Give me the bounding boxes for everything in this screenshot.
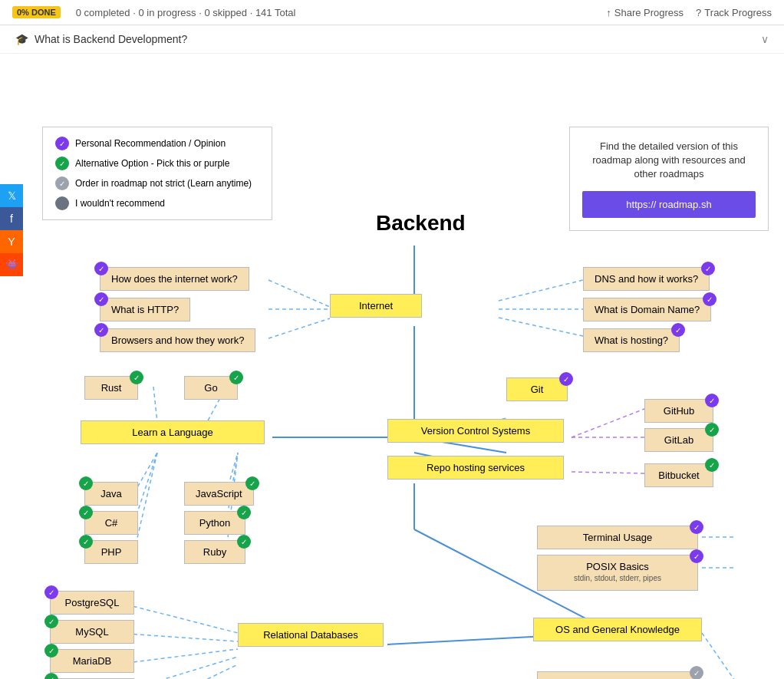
svg-line-16 — [153, 387, 157, 422]
svg-line-2 — [268, 280, 330, 307]
badge-purple-icon: ✓ — [559, 372, 573, 386]
repo-hosting-node[interactable]: Repo hosting services — [387, 456, 564, 480]
twitter-button[interactable]: 𝕏 — [0, 184, 23, 207]
svg-line-33 — [127, 657, 238, 679]
badge-green-icon: ✓ — [245, 476, 259, 490]
bitbucket-node[interactable]: Bitbucket ✓ — [644, 463, 713, 487]
badge-green-icon: ✓ — [705, 458, 719, 472]
badge-purple-icon: ✓ — [94, 292, 108, 306]
svg-line-28 — [702, 633, 736, 679]
badge-purple-icon: ✓ — [705, 394, 719, 407]
java-node[interactable]: ✓ Java — [84, 482, 138, 506]
posix-sub-text: stdin, stdout, stderr, pipes — [548, 574, 687, 582]
badge-green-icon: ✓ — [44, 644, 58, 658]
topbar-stats: 0 completed · 0 in progress · 0 skipped … — [76, 7, 595, 18]
share-icon: ↑ — [606, 7, 611, 18]
badge-green-icon: ✓ — [44, 673, 58, 679]
os-general-node[interactable]: OS and General Knowledge — [533, 618, 702, 641]
badge-green-icon: ✓ — [79, 535, 93, 549]
badge-green-icon: ✓ — [130, 371, 143, 384]
legend-box: ✓ Personal Recommendation / Opinion ✓ Al… — [42, 127, 272, 220]
badge-gray-icon: ✓ — [690, 666, 703, 679]
legend-item-purple: ✓ Personal Recommendation / Opinion — [55, 137, 259, 150]
ruby-node[interactable]: Ruby ✓ — [184, 540, 245, 564]
domain-node[interactable]: What is Domain Name? ✓ — [583, 298, 711, 321]
internet-node[interactable]: Internet — [330, 294, 422, 318]
legend-item-dgray: I wouldn't recommend — [55, 196, 259, 210]
legend-dgray-text: I wouldn't recommend — [75, 198, 165, 209]
svg-line-31 — [127, 634, 238, 641]
legend-green-icon: ✓ — [55, 157, 69, 170]
svg-line-4 — [268, 318, 330, 338]
svg-line-13 — [572, 409, 644, 437]
legend-gray-icon: ✓ — [55, 176, 69, 190]
svg-line-7 — [499, 318, 583, 336]
go-node[interactable]: Go ✓ — [184, 376, 238, 400]
legend-dgray-icon — [55, 196, 69, 210]
badge-green-icon: ✓ — [79, 476, 93, 490]
badge-purple-icon: ✓ — [690, 520, 703, 534]
badge-purple-icon: ✓ — [690, 549, 703, 563]
gitlab-node[interactable]: GitLab ✓ — [644, 428, 713, 452]
ycombinator-button[interactable]: Y — [0, 230, 23, 253]
hosting-node[interactable]: What is hosting? ✓ — [583, 328, 680, 352]
dns-node[interactable]: DNS and how it works? ✓ — [583, 267, 710, 291]
python-node[interactable]: Python ✓ — [184, 511, 245, 535]
badge-purple-icon: ✓ — [703, 292, 716, 306]
how-internet-node[interactable]: ✓ How does the internet work? — [100, 267, 249, 291]
browsers-node[interactable]: ✓ Browsers and how they work? — [100, 328, 255, 352]
info-text: Find the detailed version of this roadma… — [582, 140, 756, 182]
csharp-node[interactable]: ✓ C# — [84, 511, 138, 535]
vcs-node[interactable]: Version Control Systems — [387, 419, 564, 443]
subtitle-text: What is Backend Development? — [35, 33, 187, 45]
legend-purple-text: Personal Recommendation / Opinion — [75, 138, 226, 149]
badge-green-icon: ✓ — [705, 423, 719, 437]
facebook-button[interactable]: f — [0, 207, 23, 230]
roadmap-link[interactable]: https:// roadmap.sh — [582, 191, 756, 218]
reddit-button[interactable]: 👾 — [0, 253, 23, 276]
javascript-node[interactable]: JavaScript ✓ — [184, 482, 254, 506]
svg-line-15 — [572, 472, 644, 473]
badge-green-icon: ✓ — [79, 506, 93, 519]
subtitle-bar[interactable]: 🎓 What is Backend Development? ∨ — [0, 25, 784, 54]
learn-language-node[interactable]: Learn a Language — [81, 420, 265, 444]
terminal-usage-node[interactable]: Terminal Usage ✓ — [537, 526, 698, 549]
badge-purple-icon: ✓ — [671, 323, 685, 337]
topbar-right: ↑ Share Progress ? Track Progress — [606, 7, 772, 18]
postgresql-node[interactable]: ✓ PostgreSQL — [50, 591, 134, 615]
svg-line-30 — [127, 605, 238, 633]
what-http-node[interactable]: ✓ What is HTTP? — [100, 298, 190, 321]
roadmap-canvas: 𝕏 f Y 👾 ✓ Personal Recommendation / Opin… — [0, 54, 784, 679]
graduation-icon: 🎓 — [15, 33, 28, 45]
git-node[interactable]: Git ✓ — [506, 377, 568, 401]
svg-line-34 — [127, 664, 238, 679]
backend-title: Backend — [376, 211, 466, 236]
legend-purple-icon: ✓ — [55, 137, 69, 150]
posix-basics-node[interactable]: POSIX Basics stdin, stdout, stderr, pipe… — [537, 555, 698, 591]
basic-terminal-node[interactable]: Basic Terminal Commands grep, awk, sed, … — [537, 671, 698, 679]
share-progress-button[interactable]: ↑ Share Progress — [606, 7, 684, 18]
relational-db-node[interactable]: Relational Databases — [238, 623, 384, 647]
legend-gray-text: Order in roadmap not strict (Learn anyti… — [75, 178, 252, 189]
done-badge: 0% DONE — [12, 6, 61, 18]
php-node[interactable]: ✓ PHP — [84, 540, 138, 564]
question-icon: ? — [696, 7, 701, 18]
chevron-down-icon: ∨ — [761, 33, 769, 45]
track-progress-button[interactable]: ? Track Progress — [696, 7, 772, 18]
svg-line-32 — [127, 649, 238, 663]
rust-node[interactable]: Rust ✓ — [84, 376, 138, 400]
badge-green-icon: ✓ — [237, 506, 251, 519]
badge-purple-icon: ✓ — [94, 262, 108, 275]
badge-green-icon: ✓ — [229, 371, 243, 384]
github-node[interactable]: GitHub ✓ — [644, 399, 713, 423]
badge-purple-icon: ✓ — [44, 585, 58, 599]
badge-green-icon: ✓ — [44, 615, 58, 628]
legend-item-green: ✓ Alternative Option - Pick this or purp… — [55, 157, 259, 170]
mariadb-node[interactable]: ✓ MariaDB — [50, 649, 134, 673]
social-sidebar: 𝕏 f Y 👾 — [0, 184, 23, 276]
info-box: Find the detailed version of this roadma… — [569, 127, 769, 231]
badge-green-icon: ✓ — [237, 535, 251, 549]
svg-line-5 — [499, 280, 583, 301]
mysql-node[interactable]: ✓ MySQL — [50, 620, 134, 644]
badge-purple-icon: ✓ — [701, 262, 715, 275]
